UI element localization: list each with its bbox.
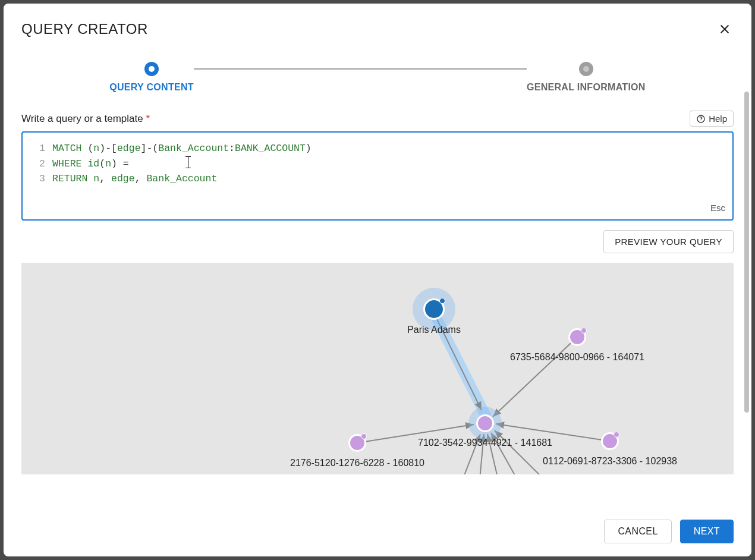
query-label-text: Write a query or a template [21, 113, 146, 124]
help-label: Help [709, 114, 727, 124]
line-number: 3 [31, 171, 45, 187]
node-label: 7102-3542-9934-4921 - 141681 [418, 438, 552, 448]
modal-header: QUERY CREATOR [4, 4, 751, 44]
modal-footer: CANCEL NEXT [4, 509, 751, 556]
variable: edge [117, 143, 141, 154]
space [87, 173, 93, 184]
code-line-1: 1 MATCH (n)-[edge]-(Bank_Account:BANK_AC… [31, 141, 724, 156]
help-button[interactable]: Help [690, 111, 734, 127]
keyword: MATCH [52, 143, 82, 154]
punct: ( [99, 158, 105, 169]
variable: n [105, 158, 111, 169]
modal-body: QUERY CONTENT GENERAL INFORMATION Write … [4, 44, 751, 509]
punct: ) = [111, 158, 135, 169]
node-badge-icon [439, 298, 445, 304]
preview-row: PREVIEW YOUR QUERY [21, 230, 734, 253]
punct: : [229, 143, 235, 154]
step-circle-inactive-icon [579, 62, 593, 76]
func: id [87, 158, 99, 169]
variable: edge [111, 173, 135, 184]
punct: , [99, 173, 111, 184]
node-label: 6735-5684-9800-0966 - 164071 [510, 352, 644, 363]
scrollbar[interactable] [744, 92, 749, 413]
graph-node-account[interactable] [348, 434, 366, 452]
account-node-icon [568, 328, 586, 346]
graph-node-account[interactable] [476, 414, 494, 432]
line-number: 1 [31, 141, 45, 156]
graph-preview[interactable]: Paris Adams 7102-3542-9934-4921 - 141681… [21, 263, 734, 474]
account-node-icon [476, 414, 494, 432]
code-line-2: 2 WHERE id(n) = [31, 156, 724, 172]
text-cursor-icon [188, 156, 188, 168]
variable: Bank_Account [146, 173, 217, 184]
query-creator-modal: QUERY CREATOR QUERY CONTENT GENERAL INFO… [4, 4, 751, 556]
account-node-icon [348, 434, 366, 452]
help-icon [696, 114, 706, 124]
step-label: QUERY CONTENT [109, 82, 194, 93]
line-number: 2 [31, 156, 45, 172]
query-editor[interactable]: 1 MATCH (n)-[edge]-(Bank_Account:BANK_AC… [21, 131, 734, 221]
step-connector [194, 68, 527, 70]
step-general-information[interactable]: GENERAL INFORMATION [527, 62, 646, 93]
node-label: 2176-5120-1276-6228 - 160810 [290, 458, 424, 468]
variable: n [93, 173, 99, 184]
svg-point-3 [701, 120, 701, 121]
preview-query-button[interactable]: PREVIEW YOUR QUERY [603, 230, 734, 253]
cancel-button[interactable]: CANCEL [604, 520, 671, 543]
punct: ) [306, 143, 312, 154]
query-label-row: Write a query or a template * Help [21, 111, 734, 127]
punct: , [135, 173, 147, 184]
space [82, 158, 88, 169]
svg-line-6 [493, 337, 577, 417]
node-label: Paris Adams [407, 325, 461, 335]
node-badge-icon [614, 432, 619, 438]
modal-title: QUERY CREATOR [21, 21, 148, 37]
punct: )-[ [99, 143, 117, 154]
person-node-icon [423, 298, 445, 320]
required-asterisk: * [146, 113, 150, 124]
graph-edges [21, 263, 734, 474]
next-button[interactable]: NEXT [680, 520, 734, 543]
type: BANK_ACCOUNT [235, 143, 306, 154]
node-label: 0112-0691-8723-3306 - 102938 [543, 456, 677, 467]
code-line-3: 3 RETURN n, edge, Bank_Account [31, 171, 724, 187]
close-icon [718, 23, 731, 36]
step-label: GENERAL INFORMATION [527, 82, 646, 93]
variable: Bank_Account [158, 143, 229, 154]
keyword: WHERE [52, 158, 82, 169]
esc-hint: Esc [710, 201, 725, 215]
query-label: Write a query or a template * [21, 113, 150, 125]
node-badge-icon [361, 433, 367, 439]
close-button[interactable] [716, 20, 734, 38]
punct: ]-( [141, 143, 159, 154]
step-circle-active-icon [144, 62, 159, 76]
node-badge-icon [581, 328, 587, 334]
graph-node-account[interactable] [568, 328, 586, 346]
step-query-content[interactable]: QUERY CONTENT [109, 62, 194, 93]
keyword: RETURN [52, 173, 87, 184]
variable: n [93, 143, 99, 154]
account-node-icon [601, 432, 619, 450]
punct: ( [82, 143, 94, 154]
stepper: QUERY CONTENT GENERAL INFORMATION [21, 62, 734, 93]
graph-node-person[interactable] [423, 298, 445, 320]
graph-node-account[interactable] [601, 432, 619, 450]
